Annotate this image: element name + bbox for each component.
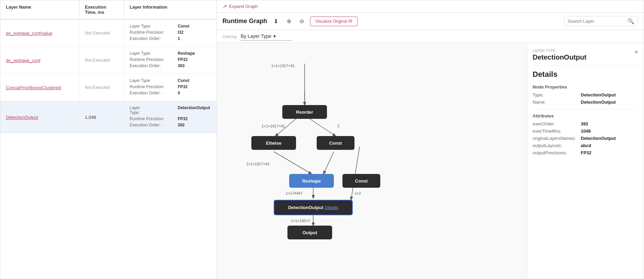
zoom-out-button[interactable]: ⊖ — [297, 17, 306, 25]
zoom-out-icon: ⊖ — [299, 18, 304, 24]
expand-icon: ↗ — [222, 3, 227, 10]
info-label: Layer Type: — [130, 78, 178, 83]
expand-toolbar: ↗ Expand Graph — [217, 0, 644, 13]
graph-node-reshape[interactable]: Reshape — [289, 174, 334, 188]
coloring-section: Coloring By Layer Type ▾ — [217, 30, 644, 43]
expand-graph-button[interactable]: ↗ Expand Graph — [222, 3, 258, 10]
cell-exec-time: 1.048 — [79, 101, 124, 133]
edge-label: 1×1×1917×91 — [262, 124, 285, 128]
cell-exec-time: Not Executed — [79, 74, 124, 101]
info-label: Execution Order: — [130, 36, 178, 41]
detail-prop-value: abcd — [581, 143, 591, 148]
zoom-in-button[interactable]: ⊕ — [285, 17, 293, 25]
runtime-graph-title: Runtime Graph — [222, 18, 267, 25]
detail-prop-label: Name: — [533, 100, 581, 105]
detail-prop-value: FP32 — [581, 150, 591, 155]
cell-exec-time: Not Executed — [79, 47, 124, 74]
table-row[interactable]: do_reshape_conf Not Executed Layer Type:… — [0, 47, 217, 74]
layer-name-link[interactable]: do_reshape_conf — [6, 58, 40, 63]
detail-prop-row: Type: DetectionOutput — [533, 92, 638, 97]
svg-line-3 — [310, 119, 336, 136]
graph-node-const2[interactable]: Const — [342, 174, 380, 188]
cell-exec-time: Not Executed — [79, 20, 124, 46]
edge-label: 2 — [337, 124, 339, 128]
visualize-original-ir-button[interactable]: Visualize Original IR — [310, 17, 358, 26]
table-header: Layer Name Execution Time, ms Layer Info… — [0, 0, 217, 20]
detail-panel-header: Layer Type DetectionOutput × — [533, 49, 638, 61]
detail-prop-label: execOrder: — [533, 121, 581, 126]
right-panel: ↗ Expand Graph Runtime Graph ⬇ ⊕ ⊖ Visua… — [217, 0, 644, 279]
col-header-layer-name: Layer Name — [0, 0, 79, 19]
info-label: Execution Order: — [130, 63, 178, 68]
edge-label: 1×1×100×7 — [291, 219, 310, 223]
table-row[interactable]: ConcatPriorBoxesClustered Not Executed L… — [0, 74, 217, 101]
info-value: I32 — [178, 30, 184, 35]
detail-prop-value: 392 — [581, 121, 588, 126]
graph-node-detectionoutput[interactable]: DetectionOutput Details — [274, 200, 353, 215]
edge-label: 1×1×1917×91 — [246, 162, 270, 166]
graph-node-output[interactable]: Output — [287, 226, 332, 239]
detail-prop-row: execOrder: 392 — [533, 121, 638, 126]
graph-node-eltwise[interactable]: Eltwise — [251, 136, 296, 150]
svg-line-5 — [324, 152, 334, 174]
edge-label: 1×1×1917×91 — [271, 64, 295, 68]
svg-line-4 — [274, 152, 312, 174]
detail-prop-label: execTimeMcs: — [533, 128, 581, 134]
info-label: Runtime Precision: — [130, 116, 178, 121]
node-label: Reorder — [296, 110, 313, 115]
detail-prop-row: outputLayouts: abcd — [533, 143, 638, 148]
download-icon: ⬇ — [273, 18, 279, 25]
search-layer-input[interactable] — [568, 19, 625, 24]
detail-node-properties-title: Node Properties — [533, 84, 638, 90]
zoom-in-icon: ⊕ — [287, 18, 291, 24]
info-value: 0 — [178, 91, 180, 95]
layer-name-link[interactable]: ConcatPriorBoxesClustered — [6, 85, 61, 90]
detail-layer-type-label: Layer Type — [533, 49, 587, 53]
node-label: Const — [355, 178, 368, 184]
node-label: Reshape — [302, 178, 321, 184]
edge-label: 1×174447 — [286, 191, 303, 195]
info-label: Runtime Precision: — [130, 30, 178, 35]
node-label: Eltwise — [266, 141, 282, 146]
info-value: DetectionOutput — [178, 105, 210, 115]
detail-prop-value: DetectionOutput — [581, 136, 616, 141]
detail-prop-row: execTimeMcs: 1048 — [533, 128, 638, 134]
layer-name-link[interactable]: DetectionOutput — [6, 115, 38, 120]
info-value: 392 — [178, 123, 185, 127]
detail-attributes-title: Attributes — [533, 113, 638, 118]
graph-area[interactable]: 1×1×1917×91 1×1×1917×91 2 1×1×1917×91 1×… — [217, 43, 644, 279]
graph-node-const1[interactable]: Const — [317, 136, 354, 150]
node-label: DetectionOutput — [288, 205, 323, 210]
search-icon: 🔍 — [627, 18, 634, 24]
detail-prop-row: originalLayersNames: DetectionOutput — [533, 136, 638, 141]
info-value: 363 — [178, 63, 185, 68]
coloring-value: By Layer Type — [241, 33, 271, 39]
info-label: Execution Order: — [130, 123, 178, 127]
cell-layer-name: do_reshape_conf — [0, 47, 79, 74]
info-label: Layer Type: — [130, 24, 178, 29]
node-details-link[interactable]: Details — [325, 205, 338, 210]
detail-prop-value: 1048 — [581, 128, 591, 134]
cell-layer-info: Layer Type: Reshape Runtime Precision: F… — [124, 47, 217, 74]
coloring-label: Coloring — [222, 34, 237, 39]
detail-panel: Layer Type DetectionOutput × Details Nod… — [527, 43, 644, 279]
table-row[interactable]: DetectionOutput 1.048 LayerType: Detecti… — [0, 101, 217, 133]
download-button[interactable]: ⬇ — [271, 17, 281, 26]
cell-layer-name: do_reshape_conf/value — [0, 20, 79, 46]
info-value: FP32 — [178, 116, 188, 121]
layer-name-link[interactable]: do_reshape_conf/value — [6, 31, 52, 36]
cell-layer-info: Layer Type: Const Runtime Precision: I32… — [124, 20, 217, 46]
detail-prop-label: outputLayouts: — [533, 143, 581, 148]
graph-node-reorder[interactable]: Reorder — [282, 105, 327, 119]
table-row[interactable]: do_reshape_conf/value Not Executed Layer… — [0, 20, 217, 47]
info-value: Const — [178, 24, 189, 29]
cell-layer-info: Layer Type: Const Runtime Precision: FP3… — [124, 74, 217, 101]
info-label: Execution Order: — [130, 91, 178, 95]
detail-close-button[interactable]: × — [634, 49, 638, 56]
cell-layer-name: DetectionOutput — [0, 101, 79, 133]
info-value: FP32 — [178, 84, 188, 89]
info-value: Const — [178, 78, 189, 83]
coloring-select[interactable]: By Layer Type ▾ — [241, 32, 292, 41]
cell-layer-info: LayerType: DetectionOutput Runtime Preci… — [124, 101, 217, 133]
info-value: 1 — [178, 36, 180, 41]
